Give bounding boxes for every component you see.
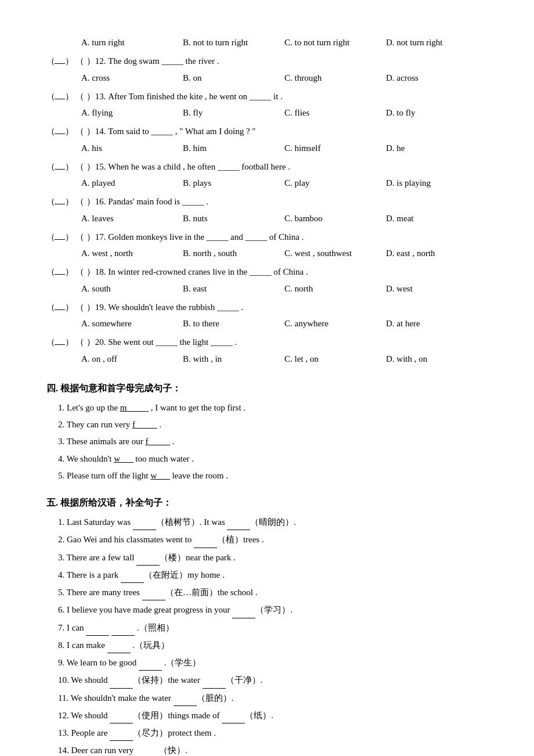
mc-row-19: （ ） （ ）19. We shouldn't leave the rubbis… — [46, 300, 488, 315]
s4-item-5: 5. Please turn off the light w___ leave … — [58, 468, 488, 483]
mc-question-13: （ ）13. After Tom finished the kite , he … — [73, 89, 488, 104]
mc-options-row12: A. cross B. on C. through D. across — [46, 70, 488, 85]
section4-title: 四. 根据句意和首字母完成句子： — [46, 380, 488, 397]
mc-opt-13c: C. flies — [284, 105, 386, 120]
mc-opt-11c: C. to not turn right — [284, 35, 386, 50]
mc-opt-13b: B. fly — [183, 105, 284, 120]
s5-item-6: 6. I believe you have made great progres… — [58, 602, 488, 618]
mc-paren-20: ） — [65, 334, 73, 350]
mc-opt-20a: A. on , off — [81, 351, 183, 366]
mc-opt-15c: C. play — [284, 175, 386, 190]
mc-paren-17: ） — [65, 229, 73, 244]
mc-paren-18: ） — [65, 264, 73, 279]
mc-options-row17: A. west , north B. north , south C. west… — [46, 246, 488, 261]
mc-space-16 — [55, 204, 65, 204]
mc-space-14 — [55, 134, 65, 134]
s5-item-14: 14. Deer can run very （快）. — [58, 743, 488, 756]
mc-opt-14a: A. his — [81, 141, 183, 156]
s4-item-4: 4. We shouldn't w___ too much water . — [58, 451, 488, 466]
mc-opt-20c: C. let , on — [284, 351, 386, 366]
mc-opt-15d: D. is playing — [386, 175, 488, 190]
section4-items: 1. Let's go up the m_____ , I want to ge… — [46, 400, 488, 483]
s5-item-12: 12. We should （使用）things made of （纸）. — [58, 708, 488, 723]
mc-opt-16b: B. nuts — [183, 211, 284, 226]
s5-item-1: 1. Last Saturday was （植树节）. It was （晴朗的）… — [58, 514, 488, 530]
mc-space-18 — [55, 274, 65, 275]
mc-paren-15: ） — [65, 159, 73, 174]
mc-opt-13a: A. flying — [81, 105, 183, 120]
s5-item-13: 13. People are （尽力）protect them . — [58, 725, 488, 741]
mc-paren-19: ） — [65, 300, 73, 315]
mc-question-15: （ ）15. When he was a child , he often __… — [73, 159, 488, 174]
mc-opt-18c: C. north — [284, 281, 386, 296]
mc-space-17 — [55, 239, 65, 240]
mc-row-15: （ ） （ ）15. When he was a child , he ofte… — [46, 159, 488, 174]
mc-opt-19c: C. anywhere — [284, 316, 386, 331]
mc-bracket-20: （ — [46, 334, 55, 350]
mc-bracket-18: （ — [46, 264, 55, 279]
mc-question-18: （ ）18. In winter red-crowned cranes live… — [73, 264, 488, 279]
mc-question-17: （ ）17. Golden monkeys live in the _____ … — [73, 229, 488, 244]
mc-opt-12a: A. cross — [81, 70, 183, 85]
mc-options-row14: A. his B. him C. himself D. he — [46, 141, 488, 156]
mc-space-12 — [55, 63, 65, 64]
mc-opt-16d: D. meat — [386, 211, 488, 226]
mc-options-row18: A. south B. east C. north D. west — [46, 281, 488, 296]
mc-row-13: （ ） （ ）13. After Tom finished the kite ,… — [46, 89, 488, 104]
mc-opt-15a: A. played — [81, 175, 183, 190]
s4-item-3: 3. These animals are our f_____ . — [58, 434, 488, 449]
mc-paren-13: ） — [65, 89, 73, 104]
s4-item-2: 2. They can run very f_____ . — [58, 417, 488, 432]
s5-item-11: 11. We shouldn't make the water （脏的）. — [58, 690, 488, 706]
mc-opt-18d: D. west — [386, 281, 488, 296]
mc-opt-11d: D. not turn right — [386, 35, 488, 50]
mc-bracket-12: （ — [46, 53, 55, 69]
mc-row-20: （ ） （ ）20. She went out _____ the light … — [46, 334, 488, 350]
mc-question-12: （ ）12. The dog swam _____ the river . — [73, 53, 488, 69]
mc-opt-12c: C. through — [284, 70, 386, 85]
mc-space-20 — [55, 344, 65, 345]
s5-item-10: 10. We should （保持）the water （干净）. — [58, 672, 488, 688]
mc-question-16: （ ）16. Pandas' main food is _____ . — [73, 194, 488, 209]
mc-row-16: （ ） （ ）16. Pandas' main food is _____ . — [46, 194, 488, 209]
s5-item-2: 2. Gao Wei and his classmates went to （植… — [58, 532, 488, 548]
mc-paren-14: ） — [65, 124, 73, 139]
mc-options-row11: A. turn right B. not to turn right C. to… — [46, 35, 488, 50]
mc-options-row16: A. leaves B. nuts C. bamboo D. meat — [46, 211, 488, 226]
mc-bracket-14: （ — [46, 124, 55, 139]
mc-paren-12: ） — [65, 53, 73, 69]
mc-opt-17a: A. west , north — [81, 246, 183, 261]
mc-opt-19d: D. at here — [386, 316, 488, 331]
mc-space-15 — [55, 169, 65, 170]
mc-opt-11a: A. turn right — [81, 35, 183, 50]
mc-opt-13d: D. to fly — [386, 105, 488, 120]
mc-opt-12d: D. across — [386, 70, 488, 85]
mc-opt-19a: A. somewhere — [81, 316, 183, 331]
mc-question-20: （ ）20. She went out _____ the light ____… — [73, 334, 488, 350]
mc-opt-14c: C. himself — [284, 141, 386, 156]
mc-row-18: （ ） （ ）18. In winter red-crowned cranes … — [46, 264, 488, 279]
mc-opt-11b: B. not to turn right — [183, 35, 284, 50]
mc-opt-18b: B. east — [183, 281, 284, 296]
mc-opt-16a: A. leaves — [81, 211, 183, 226]
s5-item-5: 5. There are many trees （在…前面）the school… — [58, 585, 488, 600]
mc-paren-16: ） — [65, 194, 73, 209]
mc-options-row13: A. flying B. fly C. flies D. to fly — [46, 105, 488, 120]
s5-item-9: 9. We learn to be good .（学生） — [58, 655, 488, 671]
mc-opt-17b: B. north , south — [183, 246, 284, 261]
mc-opt-14d: D. he — [386, 141, 488, 156]
mc-opt-16c: C. bamboo — [284, 211, 386, 226]
mc-bracket-17: （ — [46, 229, 55, 244]
mc-opt-17c: C. west , southwest — [284, 246, 386, 261]
mc-row-14: （ ） （ ）14. Tom said to _____ , " What am… — [46, 124, 488, 139]
mc-opt-18a: A. south — [81, 281, 183, 296]
mc-opt-20d: D. with , on — [386, 351, 488, 366]
mc-bracket-19: （ — [46, 300, 55, 315]
section5-title: 五. 根据所给汉语，补全句子： — [46, 495, 488, 511]
section5-items: 1. Last Saturday was （植树节）. It was （晴朗的）… — [46, 514, 488, 756]
mc-opt-20b: B. with , in — [183, 351, 284, 366]
mc-question-14: （ ）14. Tom said to _____ , " What am I d… — [73, 124, 488, 139]
s5-item-8: 8. I can make .（玩具） — [58, 638, 488, 653]
s5-item-3: 3. There are a few tall （楼）near the park… — [58, 550, 488, 566]
mc-bracket-16: （ — [46, 194, 55, 209]
